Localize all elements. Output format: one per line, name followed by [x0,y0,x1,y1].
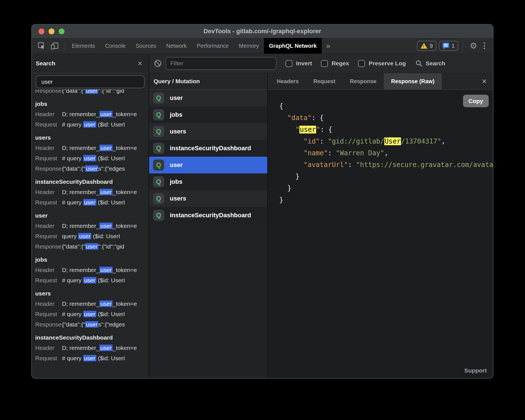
more-tabs-icon[interactable]: » [322,38,335,54]
devtools-tab-bar: ElementsConsoleSourcesNetworkPerformance… [32,38,493,54]
result-line[interactable]: HeaderD; remember_user_token=e [35,109,149,119]
result-line-label: Request [35,275,62,285]
tab-response-raw[interactable]: Response (Raw) [384,73,442,89]
query-item-user[interactable]: Quser [149,157,267,173]
tab-console[interactable]: Console [100,38,130,54]
desktop: { "window": { "title": "DevTools - gitla… [0,0,525,420]
result-line[interactable]: Response{"data":{"users":{"edges [35,163,149,174]
result-line[interactable]: Response{"data":{"user":{"id":"gid [35,89,149,96]
search-toggle[interactable]: Search [415,60,445,67]
regex-checkbox[interactable] [321,60,328,67]
query-item-jobs[interactable]: Qjobs [149,106,267,123]
result-line[interactable]: HeaderD; remember_user_token=e [35,221,149,231]
result-line-label: Header [35,299,62,309]
support-link[interactable]: Support [464,367,487,374]
result-section-heading: instanceSecurityDashboard [35,332,149,343]
result-line-text: D; remember_ [62,189,99,195]
response-tab-bar: Headers Request Response Response (Raw) … [268,73,493,90]
result-line[interactable]: HeaderD; remember_user_token=e [35,265,149,275]
issues-warning-badge[interactable]: ! 9 [417,41,436,51]
query-item-label: instanceSecurityDashboard [170,145,251,152]
result-section-heading: jobs [35,254,149,265]
result-line-text: # query [62,355,83,361]
filter-input[interactable] [165,57,276,70]
preserve-log-checkbox[interactable] [358,60,365,67]
clear-icon[interactable] [154,59,162,68]
result-line[interactable]: Request# query user ($id: UserI [35,197,149,207]
json-line: } [279,194,493,206]
minimize-window-button[interactable] [49,28,54,34]
result-line-label: Response [35,89,62,96]
toolbar-divider [64,42,65,50]
result-line-text: D; remember_ [62,267,99,273]
result-line-label: Response [35,319,62,330]
query-item-label: instanceSecurityDashboard [170,212,251,219]
gear-icon[interactable]: ⚙ [468,42,479,50]
result-line[interactable]: Request# query user ($id: UserI [35,353,149,363]
search-input[interactable] [36,75,145,88]
query-type-icon: Q [153,92,164,104]
query-type-icon: Q [153,210,164,221]
tab-memory[interactable]: Memory [234,38,264,54]
close-icon[interactable]: × [479,77,493,85]
more-options-icon[interactable] [481,42,487,49]
query-item-user[interactable]: Quser [149,90,267,106]
result-line-text: _token=e [113,145,137,151]
result-section-heading: instanceSecurityDashboard [35,176,149,187]
query-item-users[interactable]: Qusers [149,123,267,140]
tab-request[interactable]: Request [306,73,343,89]
search-match-highlight: user [78,233,91,239]
result-line-label: Request [35,231,62,241]
result-line-text: {"data":{" [62,165,85,172]
search-panel-title: Search [36,60,55,67]
search-match-highlight: user [85,243,98,250]
device-toolbar-icon[interactable] [50,42,59,50]
result-line-text: ($id: UserI [91,233,120,239]
search-match-highlight: user [85,321,98,328]
messages-badge[interactable]: 1 [439,41,458,51]
result-line[interactable]: HeaderD; remember_user_token=e [35,143,149,153]
result-line[interactable]: Request# query user ($id: UserI [35,119,149,130]
tab-performance[interactable]: Performance [192,38,234,54]
result-line[interactable]: Request# query user ($id: UserI [35,275,149,285]
result-line[interactable]: Request# query user ($id: UserI [35,153,149,163]
query-type-icon: Q [153,193,164,204]
query-item-instancesecuritydashboard[interactable]: QinstanceSecurityDashboard [149,207,267,224]
search-match-highlight: user [83,311,96,317]
tab-graphql-network[interactable]: GraphQL Network [264,38,322,54]
tab-response[interactable]: Response [343,73,384,89]
tab-headers[interactable]: Headers [269,73,306,89]
result-line[interactable]: Requestquery user ($id: UserI [35,231,149,241]
query-item-instancesecuritydashboard[interactable]: QinstanceSecurityDashboard [149,140,267,157]
tab-elements[interactable]: Elements [67,38,100,54]
result-line-label: Request [35,153,62,163]
copy-button[interactable]: Copy [463,95,489,107]
query-item-jobs[interactable]: Qjobs [149,173,267,190]
search-match-highlight: user [99,300,113,307]
result-line-text: _token=e [113,223,137,229]
search-panel: Search × Response{"data":{"user":{"id":"… [32,54,149,378]
result-line[interactable]: HeaderD; remember_user_token=e [35,343,149,353]
tab-sources[interactable]: Sources [131,38,161,54]
zoom-window-button[interactable] [59,28,65,34]
inspect-element-icon[interactable] [37,42,46,50]
result-line-text: ":{"id":"gid [98,243,124,250]
query-type-icon: Q [153,176,164,187]
query-type-icon: Q [153,143,164,154]
response-raw-body: Copy { "data": { "user": { "id": "gid://… [268,90,493,378]
result-line[interactable]: Response{"data":{"user":{"id":"gid [35,241,149,252]
tab-network[interactable]: Network [161,38,192,54]
invert-label: Invert [296,60,312,67]
result-line-text: # query [62,199,83,206]
search-match-highlight: user [83,199,96,206]
result-line[interactable]: HeaderD; remember_user_token=e [35,299,149,309]
result-line[interactable]: Response{"data":{"users":{"edges [35,319,149,330]
result-line[interactable]: HeaderD; remember_user_token=e [35,187,149,197]
result-line-text: # query [62,155,83,161]
invert-checkbox[interactable] [285,60,292,67]
query-item-users[interactable]: Qusers [149,190,267,207]
close-icon[interactable]: × [135,59,145,68]
close-window-button[interactable] [39,28,44,34]
result-line[interactable]: Request# query user ($id: UserI [35,309,149,319]
warning-icon: ! [421,43,427,49]
